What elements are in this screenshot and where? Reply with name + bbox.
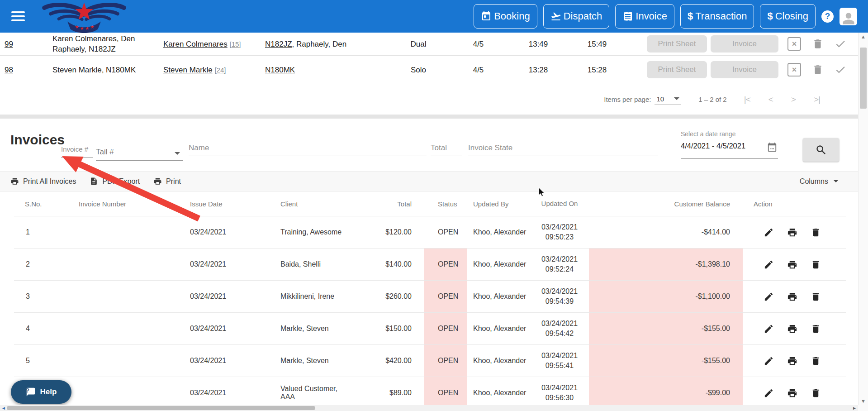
invoice-row: 5 03/24/2021 Markle, Steven $420.00 OPEN… (14, 345, 846, 377)
invoice-client: Valued Customer, AAA (271, 377, 352, 405)
nav-dispatch-button[interactable]: Dispatch (543, 4, 610, 29)
invoice-total: $150.00 (352, 313, 424, 344)
delete-icon[interactable] (811, 259, 821, 270)
delete-icon[interactable] (811, 292, 821, 302)
edit-icon[interactable] (764, 292, 774, 302)
print-all-invoices-button[interactable]: Print All Invoices (10, 177, 76, 186)
last-page-icon[interactable]: >| (814, 95, 820, 105)
delete-icon[interactable] (811, 388, 821, 398)
delete-icon[interactable] (811, 227, 821, 238)
invoice-updated-on: 03/24/202109:55:41 (530, 345, 589, 377)
next-page-icon[interactable]: > (791, 95, 796, 105)
edit-icon[interactable] (764, 388, 774, 398)
print-icon[interactable] (787, 388, 797, 398)
booking-id-link[interactable]: 99 (5, 40, 13, 48)
edit-icon[interactable] (764, 356, 774, 366)
booking-type: Dual (389, 39, 448, 49)
col-status: Status (424, 191, 467, 216)
nav-booking-button[interactable]: Booking (474, 4, 537, 29)
invoice-number-filter-input[interactable] (61, 141, 93, 158)
col-client: Client (271, 191, 352, 216)
aircraft-link[interactable]: N180MK (265, 66, 295, 74)
edit-icon[interactable] (764, 227, 774, 238)
calendar-icon[interactable] (767, 142, 777, 152)
delete-icon[interactable] (811, 324, 821, 334)
delete-booking-icon[interactable] (812, 64, 824, 76)
invoice-issue-date: 03/24/2021 (176, 345, 271, 377)
print-icon[interactable] (787, 324, 797, 334)
columns-dropdown[interactable]: Columns (800, 177, 838, 186)
help-button[interactable]: ? Help (11, 380, 71, 404)
invoice-updated-by: Khoo, Alexander (467, 313, 530, 344)
invoice-issue-date: 03/24/2021 (176, 377, 271, 405)
invoice-row: 2 03/24/2021 Baida, Shelli $140.00 OPEN … (14, 249, 846, 281)
cancel-booking-icon[interactable]: × (787, 63, 801, 76)
print-icon[interactable] (787, 259, 797, 270)
print-icon[interactable] (787, 356, 797, 366)
user-avatar[interactable] (840, 8, 857, 25)
invoice-updated-on: 03/24/202109:56:30 (530, 377, 589, 405)
scroll-right-icon[interactable]: ► (852, 405, 857, 411)
page-size-select[interactable]: 10 (655, 94, 681, 105)
wings-logo-icon: ★★★★ (39, 1, 129, 33)
horizontal-scroll-thumb[interactable] (7, 406, 315, 410)
invoice-updated-by: Khoo, Alexander (467, 345, 530, 377)
print-icon[interactable] (787, 227, 797, 238)
scroll-down-icon[interactable]: ▼ (859, 397, 868, 405)
invoice-sno: 1 (14, 216, 68, 248)
invoice-client: Training, Awesome (271, 216, 352, 248)
total-filter-input[interactable] (431, 140, 462, 156)
invoice-updated-by: Khoo, Alexander (467, 249, 530, 280)
edit-icon[interactable] (764, 324, 774, 334)
date-range-label: Select a date range (681, 130, 778, 138)
booking-id-link[interactable]: 98 (5, 66, 13, 74)
invoice-status: OPEN (424, 249, 467, 280)
svg-text:★: ★ (90, 24, 94, 29)
print-sheet-button[interactable]: Print Sheet (647, 61, 707, 78)
search-button[interactable] (803, 138, 839, 162)
invoice-button[interactable]: Invoice (711, 61, 778, 78)
print-sheet-button[interactable]: Print Sheet (647, 35, 707, 53)
invoice-customer-balance: -$99.00 (589, 377, 743, 405)
nav-transaction-button[interactable]: $ Transaction (680, 4, 754, 29)
scroll-left-icon[interactable]: ◄ (1, 405, 6, 411)
edit-icon[interactable] (764, 259, 774, 270)
cancel-booking-icon[interactable]: × (787, 37, 801, 51)
first-page-icon[interactable]: |< (744, 95, 750, 105)
help-question-icon[interactable]: ? (821, 10, 834, 23)
tail-number-filter-select[interactable]: Tail # (96, 144, 183, 161)
prev-page-icon[interactable]: < (768, 95, 773, 105)
delete-icon[interactable] (811, 356, 821, 366)
calendar-icon (481, 11, 492, 22)
print-button[interactable]: Print (153, 177, 181, 186)
invoice-client: Baida, Shelli (271, 249, 352, 280)
booking-client-link[interactable]: Steven Markle (163, 66, 213, 74)
vertical-scrollbar[interactable]: ▲ ▼ (858, 33, 868, 405)
scroll-up-icon[interactable]: ▲ (859, 33, 868, 41)
vertical-scroll-thumb[interactable] (860, 48, 867, 109)
print-icon[interactable] (787, 292, 797, 302)
col-total: Total (352, 191, 424, 216)
menu-icon[interactable] (11, 11, 25, 21)
nav-booking-label: Booking (494, 10, 530, 22)
delete-booking-icon[interactable] (812, 38, 824, 50)
search-icon (815, 144, 827, 156)
booking-client-link[interactable]: Karen Colmenares (163, 40, 228, 48)
checkin-booking-icon[interactable] (835, 38, 846, 50)
nav-invoice-button[interactable]: Invoice (615, 4, 674, 29)
date-range-picker[interactable]: Select a date range 4/4/2021 - 4/5/2021 (681, 130, 778, 159)
aircraft-link[interactable]: N182JZ (265, 40, 292, 48)
nav-closing-button[interactable]: $ Closing (760, 4, 816, 29)
horizontal-scrollbar[interactable]: ◄ ► (0, 405, 858, 411)
invoice-button[interactable]: Invoice (711, 35, 778, 53)
invoice-row: 1 03/24/2021 Training, Awesome $120.00 O… (14, 216, 846, 249)
name-filter-input[interactable] (189, 140, 427, 156)
pdf-export-button[interactable]: PDF Export (90, 177, 140, 186)
svg-text:★: ★ (75, 24, 79, 29)
col-sno: S.No. (14, 191, 68, 216)
invoices-panel: Invoices Tail # Select a date range 4/4/… (0, 119, 858, 405)
invoice-state-filter-input[interactable] (468, 140, 658, 156)
checkin-booking-icon[interactable] (835, 64, 846, 76)
invoice-sno: 3 (14, 281, 68, 312)
nav-dispatch-label: Dispatch (564, 10, 602, 22)
